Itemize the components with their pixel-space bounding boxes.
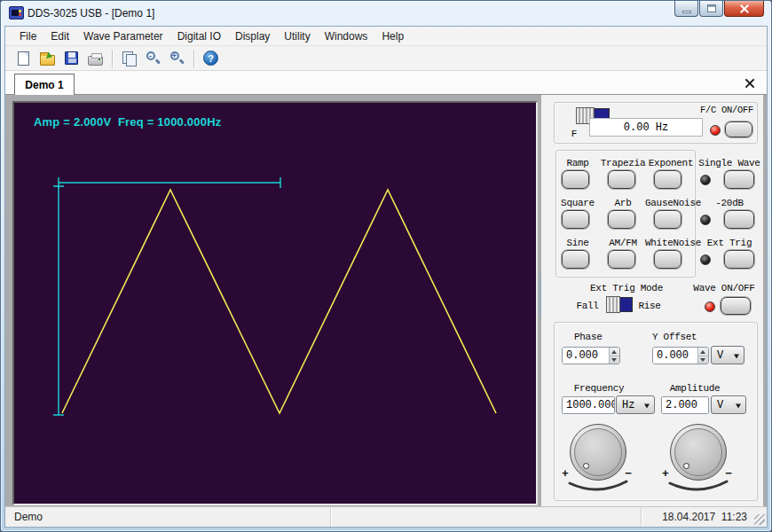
waveform-svg (14, 103, 536, 504)
close-button[interactable] (724, 1, 764, 17)
frequency-unit-value: Hz (617, 399, 634, 411)
new-button[interactable] (12, 48, 35, 69)
knob-indicator-dot (683, 463, 689, 469)
amplitude-label: Amplitude (659, 383, 730, 394)
wave-button-square[interactable] (562, 210, 589, 229)
phase-spinner[interactable] (609, 348, 619, 364)
spin-down-icon[interactable] (700, 358, 705, 364)
dropdown-arrow-icon (736, 403, 741, 411)
knob-minus-label: − (625, 467, 632, 481)
minimize-button[interactable] (674, 1, 698, 17)
menu-digital-io[interactable]: Digital IO (170, 27, 228, 45)
fc-onoff-button[interactable] (725, 121, 752, 137)
tab-close-button[interactable] (744, 77, 756, 90)
wave-onoff-label: Wave ON/OFF (689, 283, 760, 293)
minimize-icon (682, 11, 691, 13)
waveform-display: Amp = 2.000V Freq = 1000.000Hz (12, 101, 538, 505)
wave-grid-group: Ramp Trapezia Exponent Square Arb GauseN… (555, 150, 696, 278)
tab-demo-1[interactable]: Demo 1 (14, 74, 75, 95)
client-area: File Edit Wave Parameter Digital IO Disp… (4, 26, 768, 528)
minus20db-button[interactable] (724, 210, 754, 229)
knob-plus-label: + (662, 467, 669, 481)
help-button[interactable]: ? (200, 48, 222, 69)
zoom-out-icon: - (146, 51, 161, 66)
wave-button-label: Trapezia (600, 158, 646, 168)
spin-up-icon[interactable] (611, 348, 617, 354)
print-button[interactable] (84, 48, 106, 69)
control-panel: F C 0.00 Hz F/C ON/OFF Ramp Trapezia Exp… (541, 95, 763, 506)
ext-trig-mode-slider[interactable] (606, 297, 633, 312)
menu-edit[interactable]: Edit (43, 27, 76, 45)
ext-trig-label: Ext Trig (697, 238, 761, 248)
spin-up-icon[interactable] (700, 348, 705, 354)
fall-label: Fall (573, 301, 602, 311)
wave-button-gausenoise[interactable] (654, 210, 681, 229)
ext-trig-mode-label: Ext Trig Mode (577, 283, 676, 293)
wave-button-ramp[interactable] (562, 170, 589, 189)
wave-button-arb[interactable] (608, 210, 635, 229)
wave-button-sine[interactable] (562, 250, 589, 269)
menu-help[interactable]: Help (374, 27, 411, 45)
minus20db-led (700, 215, 711, 225)
amplitude-field (661, 396, 709, 414)
zoom-out-button[interactable]: - (142, 48, 164, 69)
window-title: DDS-3025 USB - [Demo 1] (28, 7, 154, 20)
knob-face[interactable] (574, 428, 622, 476)
phase-input[interactable] (563, 348, 609, 364)
status-datetime: 18.04.2017 11:23 (641, 507, 767, 527)
fc-f-label: F (567, 129, 581, 139)
status-panel-middle (330, 507, 641, 527)
knob-face[interactable] (674, 428, 722, 476)
y-offset-unit-select[interactable]: V (711, 346, 744, 364)
zoom-in-button[interactable]: + (166, 48, 188, 69)
wave-button-label: Sine (556, 238, 599, 248)
waveform-path (62, 190, 496, 413)
fc-group: F C 0.00 Hz F/C ON/OFF (554, 102, 758, 144)
document-area: Amp = 2.000V Freq = 1000.000Hz F C 0.00 … (5, 95, 767, 506)
spin-down-icon[interactable] (611, 358, 617, 364)
single-wave-button[interactable] (724, 170, 754, 189)
y-offset-input[interactable] (653, 348, 697, 364)
wave-button-whitenoise[interactable] (654, 250, 681, 269)
y-offset-spinner[interactable] (697, 348, 708, 364)
frequency-unit-select[interactable]: Hz (616, 395, 655, 414)
single-wave-label: Single Wave (697, 158, 761, 168)
frequency-input[interactable] (563, 397, 614, 413)
app-window: DDS-3025 USB - [Demo 1] File Edit Wave P… (0, 0, 772, 532)
y-offset-label: Y Offset (649, 332, 711, 342)
ext-trig-mode-handle[interactable] (606, 296, 620, 313)
single-wave-led (700, 175, 711, 185)
open-folder-icon (40, 55, 55, 66)
toolbar: - + ? (5, 46, 767, 71)
y-offset-field (652, 347, 709, 364)
wave-button-label: Square (556, 198, 599, 208)
resize-grip[interactable] (754, 514, 765, 525)
wave-onoff-button[interactable] (721, 297, 751, 315)
save-button[interactable] (60, 48, 83, 69)
frequency-field (562, 396, 615, 414)
title-bar: DDS-3025 USB - [Demo 1] (1, 1, 771, 26)
dropdown-arrow-icon (644, 403, 650, 411)
maximize-icon (707, 4, 716, 12)
amplitude-unit-select[interactable]: V (711, 395, 746, 414)
maximize-button[interactable] (699, 1, 723, 17)
toolbar-separator (112, 50, 113, 67)
menu-wave-parameter[interactable]: Wave Parameter (76, 27, 170, 45)
wave-button-trapezia[interactable] (608, 170, 635, 189)
copy-icon (122, 51, 137, 66)
open-button[interactable] (36, 48, 59, 69)
parameters-group: Phase Y Offset (554, 322, 758, 501)
wave-button-label: WhiteNoise (645, 238, 697, 248)
close-icon (739, 4, 749, 13)
wave-button-amfm[interactable] (608, 250, 635, 269)
menu-display[interactable]: Display (228, 27, 277, 45)
copy-button[interactable] (118, 48, 140, 69)
ext-trig-button[interactable] (724, 250, 754, 269)
amplitude-input[interactable] (662, 397, 708, 413)
menu-windows[interactable]: Windows (318, 27, 375, 45)
wave-button-exponent[interactable] (654, 170, 681, 189)
menu-file[interactable]: File (12, 27, 43, 45)
frequency-knob[interactable]: + − (561, 422, 635, 500)
amplitude-knob[interactable]: + − (661, 422, 736, 500)
menu-utility[interactable]: Utility (277, 27, 317, 45)
